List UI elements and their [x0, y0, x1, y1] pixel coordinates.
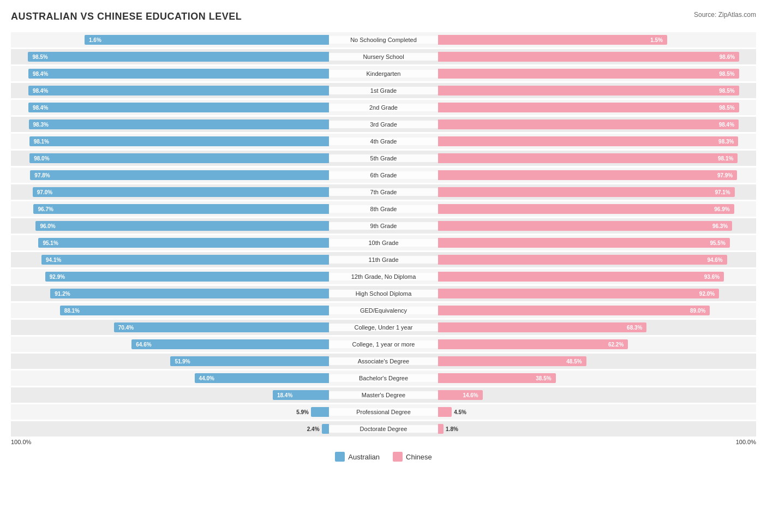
value-right: 97.9% [715, 172, 735, 178]
value-right: 4.5% [454, 409, 466, 415]
value-left: 70.4% [116, 325, 136, 331]
bar-right: 94.6% [438, 255, 727, 265]
bar-right: 93.6% [438, 272, 724, 282]
value-right: 96.9% [712, 206, 732, 212]
bar-right: 98.5% [438, 86, 739, 95]
row-label: 6th Grade [329, 171, 438, 179]
legend-box-chinese [393, 452, 403, 462]
right-bar-side: 89.0% [438, 304, 756, 316]
table-row: 98.4% Kindergarten 98.5% [11, 66, 756, 81]
bar-left: 5.9% [311, 407, 329, 417]
row-label: Doctorate Degree [329, 425, 438, 433]
bars-area: 51.9% Associate's Degree 48.5% [11, 354, 756, 369]
value-right: 14.6% [460, 392, 480, 398]
right-bar-side: 1.8% [438, 423, 756, 435]
right-bar-side: 98.4% [438, 118, 756, 130]
value-right: 89.0% [688, 308, 708, 314]
left-bar-side: 44.0% [11, 372, 329, 384]
bars-area: 95.1% 10th Grade 95.5% [11, 235, 756, 250]
value-left: 95.1% [40, 240, 60, 246]
left-bar-side: 70.4% [11, 321, 329, 333]
row-label: Kindergarten [329, 70, 438, 77]
right-bar-side: 98.5% [438, 85, 756, 97]
value-left: 97.0% [35, 189, 55, 195]
table-row: 96.0% 9th Grade 96.3% [11, 218, 756, 234]
bar-right: 98.5% [438, 69, 739, 79]
legend-chinese: Chinese [393, 452, 432, 462]
bar-left: 92.9% [45, 272, 329, 282]
left-bar-side: 95.1% [11, 237, 329, 249]
row-label: 12th Grade, No Diploma [329, 273, 438, 280]
bar-left: 88.1% [60, 306, 329, 315]
value-left: 2.4% [307, 426, 320, 432]
table-row: 64.6% College, 1 year or more 62.2% [11, 337, 756, 352]
value-right: 98.5% [717, 71, 736, 77]
value-right: 98.5% [717, 88, 736, 94]
bar-left: 91.2% [50, 289, 329, 298]
value-left: 98.3% [31, 122, 51, 128]
bar-left: 97.0% [33, 187, 329, 197]
chart-container: AUSTRALIAN VS CHINESE EDUCATION LEVEL So… [11, 11, 756, 462]
row-label: 7th Grade [329, 188, 438, 196]
bars-area: 98.5% Nursery School 98.6% [11, 49, 756, 64]
bar-left: 98.4% [28, 103, 329, 112]
value-right: 38.5% [534, 375, 553, 381]
table-row: 44.0% Bachelor's Degree 38.5% [11, 370, 756, 386]
value-left: 98.5% [30, 54, 50, 60]
left-bar-side: 96.7% [11, 203, 329, 215]
value-right: 92.0% [697, 291, 717, 297]
right-bar-side: 62.2% [438, 338, 756, 350]
bar-left: 2.4% [322, 424, 329, 434]
bar-right: 62.2% [438, 339, 628, 349]
row-label: College, 1 year or more [329, 340, 438, 348]
bar-right: 97.1% [438, 187, 735, 197]
chart-legend: Australian Chinese [11, 452, 756, 462]
value-left: 97.8% [32, 172, 52, 178]
bar-right: 97.9% [438, 170, 737, 180]
value-right: 96.3% [710, 223, 730, 229]
value-right: 98.5% [717, 105, 736, 111]
right-bar-side: 95.5% [438, 237, 756, 249]
bar-left: 98.3% [29, 119, 329, 129]
bar-right: 98.6% [438, 52, 739, 62]
bar-right: 4.5% [438, 407, 452, 417]
value-left: 98.1% [32, 139, 51, 145]
row-label: 5th Grade [329, 154, 438, 162]
bars-area: 5.9% Professional Degree 4.5% [11, 404, 756, 420]
left-bar-side: 97.8% [11, 169, 329, 181]
row-label: No Schooling Completed [329, 36, 438, 44]
value-left: 64.6% [134, 342, 153, 348]
table-row: 98.5% Nursery School 98.6% [11, 49, 756, 64]
bars-area: 96.7% 8th Grade 96.9% [11, 201, 756, 217]
value-right: 98.4% [717, 122, 736, 128]
bar-right: 98.1% [438, 153, 738, 163]
value-right: 1.8% [446, 426, 458, 432]
bar-right: 96.3% [438, 221, 732, 231]
bars-container: 1.6% No Schooling Completed 1.5% 98.5% N… [11, 32, 756, 437]
left-bar-side: 98.4% [11, 85, 329, 97]
right-bar-side: 98.3% [438, 135, 756, 147]
value-right: 95.5% [708, 240, 727, 246]
right-bar-side: 96.9% [438, 203, 756, 215]
left-bar-side: 98.4% [11, 101, 329, 113]
bars-area: 92.9% 12th Grade, No Diploma 93.6% [11, 269, 756, 284]
right-bar-side: 68.3% [438, 321, 756, 333]
left-bar-side: 18.4% [11, 389, 329, 401]
bar-left: 95.1% [38, 238, 329, 248]
bars-area: 91.2% High School Diploma 92.0% [11, 286, 756, 301]
value-right: 98.3% [716, 139, 736, 145]
value-left: 51.9% [172, 358, 192, 364]
bar-right: 48.5% [438, 356, 586, 366]
row-label: 10th Grade [329, 239, 438, 247]
row-label: GED/Equivalency [329, 307, 438, 314]
right-bar-side: 97.1% [438, 186, 756, 198]
value-right: 98.1% [716, 156, 735, 162]
bar-left: 94.1% [41, 255, 329, 265]
bars-area: 70.4% College, Under 1 year 68.3% [11, 320, 756, 335]
left-bar-side: 1.6% [11, 34, 329, 46]
row-label: 2nd Grade [329, 104, 438, 111]
right-bar-side: 98.5% [438, 101, 756, 113]
right-bar-side: 1.5% [438, 34, 756, 46]
row-label: 3rd Grade [329, 121, 438, 128]
value-right: 98.6% [717, 54, 737, 60]
